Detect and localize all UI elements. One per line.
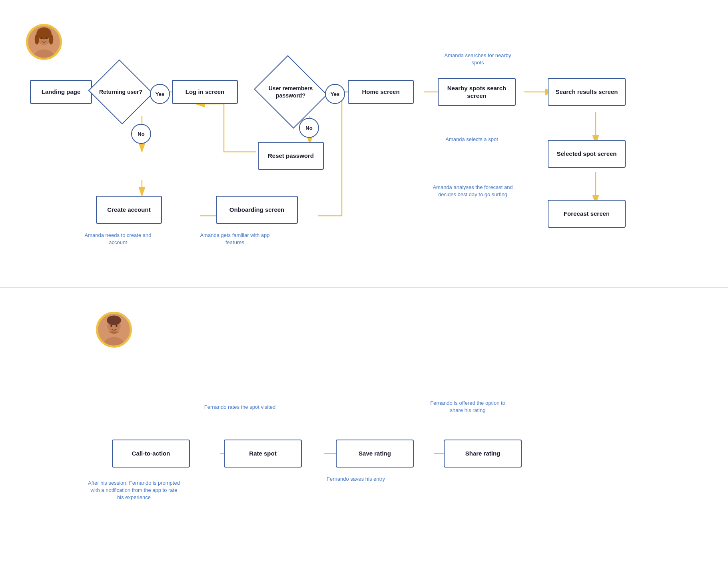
section-fernando: Call-to-action Rate spot Save rating Sha… [0, 288, 728, 585]
returning-user-diamond: Returning user? [97, 70, 145, 114]
rate-spot-box: Rate spot [224, 440, 302, 468]
annotation-amanda-analyses: Amanda analyses the forecast and decides… [424, 184, 522, 198]
log-in-screen-box: Log in screen [172, 80, 238, 104]
no2-circle: No [299, 118, 319, 138]
flow-arrows-bottom [0, 288, 728, 585]
home-screen-box: Home screen [348, 80, 414, 104]
annotation-fernando-saves: Fernando saves his entry [316, 476, 396, 483]
annotation-fernando-offered: Fernando is offered the option to share … [424, 400, 512, 414]
share-rating-box: Share rating [444, 440, 522, 468]
call-to-action-box: Call-to-action [112, 440, 190, 468]
reset-password-box: Reset password [258, 142, 324, 170]
annotation-amanda-selects: Amanda selects a spot [432, 136, 512, 143]
annotation-amanda-needs: Amanda needs to create and account [78, 232, 158, 246]
section-amanda: Landing page Returning user? Yes Log in … [0, 0, 728, 288]
annotation-amanda-searches: Amanda searches for nearby spots [438, 52, 518, 66]
save-rating-box: Save rating [336, 440, 414, 468]
annotation-fernando-rates: Fernando rates the spot visited [200, 404, 280, 411]
no1-circle: No [131, 124, 151, 144]
selected-spot-box: Selected spot screen [548, 140, 626, 168]
create-account-box: Create account [96, 196, 162, 224]
annotation-amanda-gets: Amanda gets familiar with app features [192, 232, 278, 246]
yes2-circle: Yes [325, 84, 345, 104]
annotation-after-session: After his session, Fernando is prompted … [88, 480, 180, 501]
forecast-screen-box: Forecast screen [548, 200, 626, 228]
user-remembers-diamond: User remembers password? [263, 68, 319, 116]
nearby-spots-box: Nearby spots search screen [438, 78, 516, 106]
yes1-circle: Yes [150, 84, 170, 104]
onboarding-screen-box: Onboarding screen [216, 196, 298, 224]
landing-page-box: Landing page [30, 80, 92, 104]
search-results-box: Search results screen [548, 78, 626, 106]
